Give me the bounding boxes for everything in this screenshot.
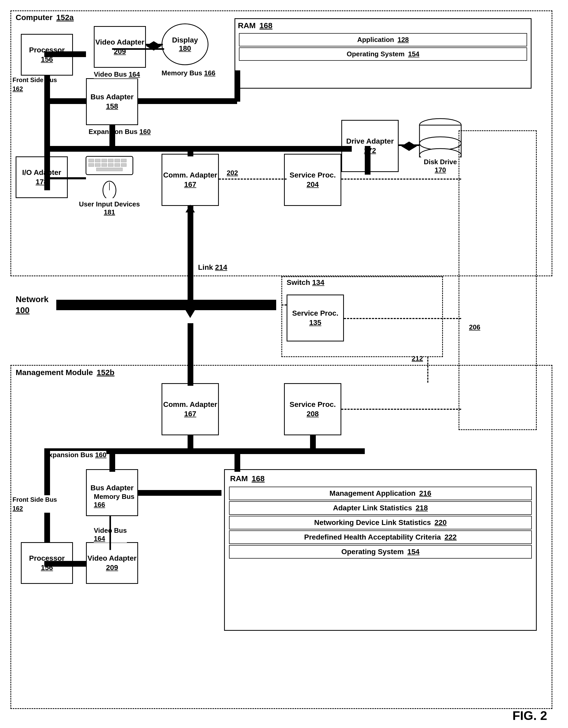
comm-adapter-bottom-box: Comm. Adapter 167 xyxy=(162,383,219,435)
svg-rect-14 xyxy=(102,163,107,167)
networking-device-link-stats-item: Networking Device Link Statistics 220 xyxy=(229,516,532,529)
expansion-bus-top-label: Expansion Bus 160 xyxy=(89,128,151,136)
drive-adapter-to-exp xyxy=(365,146,370,175)
management-app-item: Management Application 216 xyxy=(229,487,532,500)
adapter-link-stats-item: Adapter Link Statistics 218 xyxy=(229,501,532,515)
dashed-202-line xyxy=(219,179,286,180)
video-display-line xyxy=(146,44,163,45)
network-down-arrow xyxy=(186,310,195,318)
dashed-212-label: 212 xyxy=(412,354,423,363)
ram-bottom-box: RAM 168 Management Application 216 Adapt… xyxy=(224,469,537,631)
comm-adapter-top-to-exp xyxy=(188,146,193,156)
svg-rect-15 xyxy=(108,163,113,167)
dashed-206-label: 206 xyxy=(469,323,480,331)
service-proc-switch-box: Service Proc. 135 xyxy=(286,295,344,341)
memory-bus-top-label: Memory Bus 166 xyxy=(162,69,216,77)
predefined-health-item: Predefined Health Acceptability Criteria… xyxy=(229,530,532,544)
memory-bus-bottom-label: Memory Bus 166 xyxy=(94,493,135,509)
video-bus-bottom-v xyxy=(109,516,111,545)
bus-adapter-bottom-to-exp xyxy=(109,448,115,472)
svg-rect-16 xyxy=(115,163,120,167)
fig-label: FIG. 2 xyxy=(512,708,547,723)
expansion-bus-bottom-label: Expansion Bus 160 xyxy=(44,451,106,459)
ram-bottom-to-mem-bus xyxy=(235,448,240,472)
svg-rect-6 xyxy=(89,159,94,162)
memory-bus-bottom-h xyxy=(138,490,222,496)
io-from-fsb xyxy=(44,177,86,179)
network-area: Network 100 xyxy=(16,287,276,323)
svg-point-3 xyxy=(419,137,461,150)
bus-adapter-to-exp xyxy=(109,125,115,149)
comm-to-network-v xyxy=(188,206,193,310)
svg-rect-18 xyxy=(96,168,123,171)
video-adapter-bottom-box: Video Adapter 209 xyxy=(86,542,138,584)
comm-bottom-to-network xyxy=(188,323,193,386)
video-to-display-arrow xyxy=(154,41,162,51)
network-to-switch-dash xyxy=(282,304,286,305)
os-item-top: Operating System 154 xyxy=(239,47,527,61)
svg-rect-8 xyxy=(102,159,107,162)
memory-bus-v xyxy=(235,70,240,102)
svg-rect-12 xyxy=(89,163,94,167)
keyboard-icon xyxy=(83,154,136,180)
video-bus-top-label: Video Bus 164 xyxy=(94,70,140,78)
comm-adapter-bottom-to-exp xyxy=(188,435,193,451)
sp-bottom-to-exp xyxy=(310,435,316,451)
proc-bottom-to-fsb xyxy=(44,561,86,567)
front-side-bus-top-label: Front Side Bus 162 xyxy=(13,76,57,93)
video-adapter-top-box: Video Adapter 209 xyxy=(94,26,146,68)
network-up-arrow xyxy=(186,205,195,212)
svg-rect-7 xyxy=(95,159,100,162)
display-oval: Display 180 xyxy=(162,23,209,65)
page: Computer 152a Processor 156 Video Adapte… xyxy=(0,0,568,728)
os-item-bottom: Operating System 154 xyxy=(229,545,532,559)
display-to-video-arrow xyxy=(146,41,154,51)
management-module-label: Management Module 152b xyxy=(16,368,114,377)
expansion-bus-h xyxy=(44,146,352,152)
svg-rect-17 xyxy=(121,163,126,167)
disk-to-drive-arrow xyxy=(401,142,409,151)
proc-to-fsb-line xyxy=(44,51,86,57)
svg-rect-9 xyxy=(108,159,113,162)
application-item: Application 128 xyxy=(239,33,527,46)
service-proc-to-206 xyxy=(341,179,461,180)
ram-top-box: RAM 168 Application 128 Operating System… xyxy=(235,18,532,89)
mouse-icon xyxy=(100,177,119,198)
computer-label: Computer 152a xyxy=(16,13,74,22)
service-proc-bottom-box: Service Proc. 208 xyxy=(284,383,341,435)
network-bar xyxy=(56,300,276,310)
svg-rect-13 xyxy=(95,163,100,167)
svg-rect-11 xyxy=(121,159,126,162)
dashed-202-label: 202 xyxy=(227,169,238,177)
sp-bottom-to-206 xyxy=(341,409,461,410)
link-label: Link 214 xyxy=(198,263,227,272)
user-input-area: User Input Devices 181 xyxy=(73,154,146,206)
memory-bus-h xyxy=(138,98,237,104)
switch-label: Switch 134 xyxy=(286,278,324,287)
switch-sp-to-206 xyxy=(344,318,461,319)
service-proc-top-box: Service Proc. 204 xyxy=(284,154,341,206)
bus-adapter-top-box: Bus Adapter 158 xyxy=(86,78,138,125)
comm-adapter-top-box: Comm. Adapter 167 xyxy=(162,154,219,206)
front-side-bus-line xyxy=(44,76,50,190)
disk-drive: Disk Drive 170 xyxy=(417,117,464,175)
drive-to-disk-arrow xyxy=(409,142,417,151)
bus-adapter-from-fsb xyxy=(44,98,87,104)
svg-rect-10 xyxy=(115,159,120,162)
front-side-bus-bottom-label: Front Side Bus 162 xyxy=(13,495,57,513)
